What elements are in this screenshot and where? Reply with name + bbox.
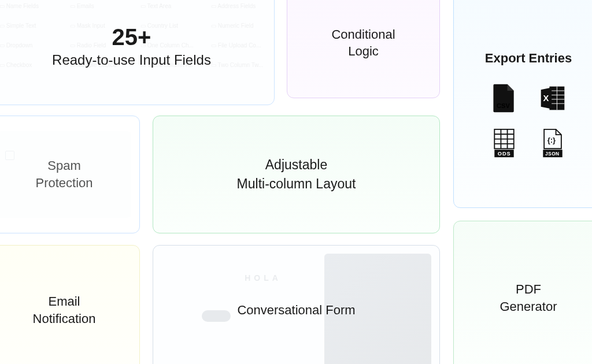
input-fields-title: Ready-to-use Input Fields <box>52 52 211 68</box>
svg-text:CSV: CSV <box>497 102 510 109</box>
email-line2: Notification <box>33 311 96 326</box>
ghost-field-item: ▭ Simple Text <box>0 17 63 34</box>
card-conversational-form: HOLA Conversational Form <box>153 245 440 364</box>
spam-ghost-checkbox <box>5 151 14 160</box>
input-fields-count: 25+ <box>112 25 151 49</box>
pdf-line1: PDF <box>516 282 541 296</box>
card-export-entries: Export Entries CSV X <box>453 0 592 208</box>
ghost-field-item: ▭ Text Area <box>140 0 204 14</box>
layout-line2: Multi-column Layout <box>237 176 356 191</box>
card-conditional-logic: Conditional Logic <box>287 0 440 98</box>
convo-title: Conversational Form <box>237 303 355 318</box>
convo-ghost-button <box>202 310 231 322</box>
layout-title: Adjustable Multi-column Layout <box>237 155 356 194</box>
conditional-line1: Conditional <box>331 27 395 42</box>
pdf-line2: Generator <box>500 299 557 314</box>
layout-line1: Adjustable <box>265 157 327 172</box>
export-title: Export Entries <box>485 51 572 66</box>
card-pdf-generator: PDF Generator <box>453 221 592 364</box>
spam-line1: Spam <box>47 158 80 173</box>
ghost-field-item: ▭ Emails <box>70 0 134 14</box>
pdf-title: PDF Generator <box>500 281 557 315</box>
card-input-fields: ▭ Name Fields▭ Emails▭ Text Area▭ Addres… <box>0 0 275 105</box>
svg-text:JSON: JSON <box>545 151 560 157</box>
svg-text:ODS: ODS <box>498 151 511 157</box>
export-icon-grid: CSV X <box>488 82 569 159</box>
svg-text:{:}: {:} <box>547 136 556 144</box>
ghost-field-item: ▭ Address Fields <box>211 0 275 14</box>
feature-grid: ▭ Name Fields▭ Emails▭ Text Area▭ Addres… <box>0 0 592 364</box>
card-spam-protection: Spam Protection <box>0 116 140 233</box>
card-multi-column-layout: Adjustable Multi-column Layout <box>153 116 440 233</box>
json-icon: {:} JSON <box>539 128 567 158</box>
spam-line2: Protection <box>35 176 92 190</box>
ghost-field-item: ▭ Name Fields <box>0 0 63 14</box>
ods-icon: ODS <box>490 128 518 158</box>
convo-ghost-word: HOLA <box>202 273 324 283</box>
svg-text:X: X <box>543 94 549 103</box>
email-line1: Email <box>48 294 80 309</box>
spam-title: Spam Protection <box>35 157 92 191</box>
email-title: Email Notification <box>33 293 96 327</box>
ghost-field-item: ▭ Dropdown <box>0 36 63 54</box>
conditional-line2: Logic <box>348 44 379 58</box>
conditional-title: Conditional Logic <box>331 27 395 60</box>
ghost-field-item: ▭ File Upload Co... <box>211 36 275 54</box>
csv-icon: CSV <box>490 83 518 113</box>
xls-icon: X <box>539 83 567 113</box>
ghost-field-item: ▭ Numeric Field <box>211 17 275 34</box>
card-email-notification: Email Notification <box>0 245 140 364</box>
ghost-field-item: ▭ Two Column Tw... <box>211 56 275 73</box>
